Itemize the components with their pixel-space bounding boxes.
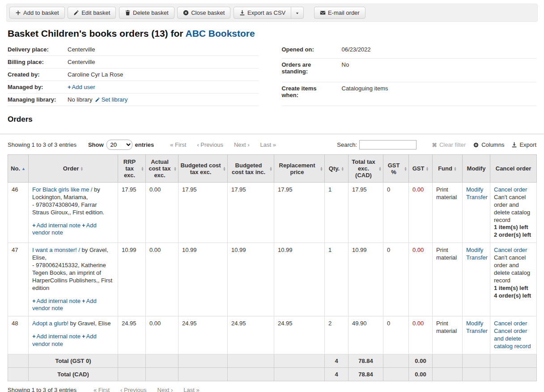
delete-basket-button[interactable]: Delete basket — [119, 7, 174, 19]
header-fund[interactable]: Fund▲▼ — [433, 155, 463, 183]
first-page-button[interactable]: « First — [94, 387, 110, 392]
basket-info-right: Opened on: 06/23/2022 Orders are standin… — [282, 43, 537, 106]
sort-icon: ▲▼ — [174, 166, 177, 171]
modify-link[interactable]: Modify — [466, 320, 486, 328]
sort-icon: ▲▼ — [378, 166, 382, 171]
last-page-button[interactable]: Last » — [183, 387, 199, 392]
order-title-link[interactable]: I want a monster! / — [32, 247, 80, 253]
previous-page-button[interactable]: ‹ Previous — [197, 141, 223, 148]
cancel-cell: Cancel order Can't cancel order and dele… — [490, 243, 537, 316]
clear-filter-icon: ✖ — [432, 141, 437, 149]
managing-library-label: Managing library: — [8, 94, 64, 106]
header-modify: Modify — [463, 155, 490, 183]
header-no[interactable]: No.▲ — [8, 155, 29, 183]
first-page-button[interactable]: « First — [170, 141, 186, 148]
modify-cell: Modify Transfer — [463, 243, 490, 316]
transfer-link[interactable]: Transfer — [466, 254, 486, 262]
add-user-link[interactable]: +Add user — [68, 84, 95, 90]
header-budgeted-cost-tax-exc[interactable]: Budgeted cost tax exc.▲▼ — [178, 155, 228, 183]
columns-button[interactable]: Columns — [473, 141, 504, 148]
order-notes: +Add internal note+Add vendor note — [32, 333, 114, 348]
clear-filter-button[interactable]: ✖Clear filter — [432, 141, 466, 149]
cancel-cell: Cancel order Can't cancel order and dele… — [490, 183, 537, 243]
cancel-order-link[interactable]: Cancel order — [494, 320, 533, 328]
header-actual-cost-tax-exc[interactable]: Actual cost tax exc.▲▼ — [146, 155, 178, 183]
sort-icon: ▲▼ — [404, 166, 407, 171]
header-budgeted-cost-tax-inc[interactable]: Budgeted cost tax inc.▲▼ — [228, 155, 274, 183]
export-csv-button[interactable]: Export as CSV — [234, 7, 291, 19]
add-internal-note-link[interactable]: +Add internal note — [32, 298, 81, 304]
order-title-link[interactable]: For Black girls like me / — [32, 186, 92, 193]
table-controls-bottom: Showing 1 to 3 of 3 entries « First ‹ Pr… — [8, 387, 536, 392]
plus-icon: + — [32, 333, 36, 340]
billing-place-value: Centerville — [64, 56, 259, 68]
header-qty[interactable]: Qty.▲▼ — [325, 155, 348, 183]
table-tools: Search: ✖Clear filter Columns Export — [337, 140, 536, 149]
order-detail: - 9780374308049, Farrar Straus Giroux,, … — [32, 201, 114, 217]
pencil-icon — [73, 10, 79, 16]
header-gst[interactable]: GST▲▼ — [409, 155, 433, 183]
search-input[interactable] — [359, 140, 416, 149]
order-cell: Adopt a glurb! by Gravel, Elise +Add int… — [29, 316, 118, 354]
search-label: Search: — [337, 141, 357, 148]
transfer-link[interactable]: Transfer — [466, 194, 486, 201]
header-rrp-tax-exc[interactable]: RRP tax exc.▲▼ — [118, 155, 146, 183]
cancel-order-link[interactable]: Cancel order — [494, 186, 533, 194]
modify-link[interactable]: Modify — [466, 247, 486, 254]
fund: Print material — [433, 183, 463, 243]
total-gst-total: 78.84 — [348, 354, 383, 367]
cancel-cell: Cancel order Cancel order and delete cat… — [490, 316, 537, 354]
cancel-order-delete-link[interactable]: Cancel order and delete catalog record — [494, 328, 533, 350]
email-order-button[interactable]: E-mail order — [314, 7, 366, 19]
download-icon — [239, 10, 245, 16]
edit-basket-button[interactable]: Edit basket — [68, 7, 116, 19]
plus-icon — [15, 10, 21, 16]
gst: 0.00 — [409, 316, 433, 354]
page-size-select[interactable]: 20 — [106, 140, 132, 150]
order-title-line: Adopt a glurb! by Gravel, Elise — [32, 320, 114, 328]
order-title-link[interactable]: Adopt a glurb! — [32, 320, 68, 327]
managed-by-label: Managed by: — [8, 81, 64, 94]
total-gst-label: Total (GST 0) — [29, 354, 118, 367]
pagination-bottom: « First ‹ Previous Next › Last » — [88, 387, 205, 392]
order-notes: +Add internal note+Add vendor note — [32, 298, 114, 313]
export-button[interactable]: Export — [511, 141, 536, 148]
table-row: 47 I want a monster! / by Gravel, Elise,… — [8, 243, 537, 316]
show-label: Show — [88, 141, 104, 148]
cancel-order-link[interactable]: Cancel order — [494, 247, 533, 254]
modify-link[interactable]: Modify — [466, 186, 486, 194]
items-left: 1 item(s) left — [494, 224, 533, 231]
orders-standing-row: Orders are standing: No — [282, 59, 537, 82]
header-total-tax-exc[interactable]: Total tax exc. (CAD)▲▼ — [348, 155, 383, 183]
next-page-button[interactable]: Next › — [234, 141, 250, 148]
header-cancel-order: Cancel order — [490, 155, 537, 183]
managing-library-value: No library — [68, 96, 93, 103]
header-replacement-price[interactable]: Replacement price▲▼ — [274, 155, 325, 183]
previous-page-button[interactable]: ‹ Previous — [120, 387, 147, 392]
close-basket-button[interactable]: Close basket — [177, 7, 230, 19]
total-cad-label: Total (CAD) — [29, 367, 118, 381]
add-to-basket-button[interactable]: Add to basket — [9, 7, 65, 19]
managed-by-row: Managed by: +Add user — [8, 81, 259, 94]
transfer-link[interactable]: Transfer — [466, 328, 486, 335]
pagination-top: « First ‹ Previous Next › Last » — [165, 141, 281, 148]
replacement-price: 10.99 — [274, 243, 325, 316]
page-title: Basket Children's books orders (13) for … — [8, 28, 536, 39]
orders-standing-value: No — [338, 59, 537, 82]
gst: 0.00 — [409, 183, 433, 243]
gst-pct: 0 — [383, 243, 409, 316]
header-order[interactable]: Order▲▼ — [29, 155, 118, 183]
add-internal-note-link[interactable]: +Add internal note — [32, 333, 81, 340]
showing-entries-text: Showing 1 to 3 of 3 entries — [8, 387, 76, 392]
create-items-label: Create items when: — [282, 82, 338, 106]
header-gst-pct[interactable]: GST %▲▼ — [383, 155, 409, 183]
set-library-link[interactable]: Set library — [93, 96, 128, 103]
next-page-button[interactable]: Next › — [157, 387, 173, 392]
vendor-link[interactable]: ABC Bookstore — [186, 28, 255, 38]
add-internal-note-link[interactable]: +Add internal note — [32, 222, 81, 229]
modify-cell: Modify Transfer — [463, 183, 490, 243]
entries-label: entries — [135, 141, 154, 148]
rrp-tax-exc: 17.95 — [118, 183, 146, 243]
export-csv-dropdown-button[interactable] — [291, 7, 304, 19]
last-page-button[interactable]: Last » — [260, 141, 276, 148]
